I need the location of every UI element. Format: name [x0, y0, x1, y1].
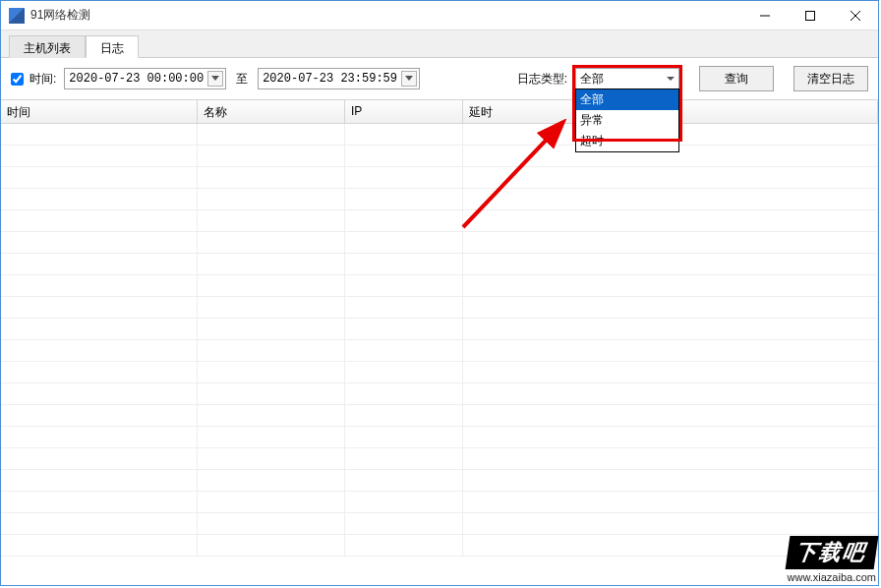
table-row: [1, 470, 878, 492]
app-icon: [9, 8, 25, 24]
table-row: [1, 275, 878, 297]
log-type-combo-wrap: 全部 全部 异常 超时: [575, 68, 679, 89]
col-header-time[interactable]: 时间: [1, 100, 198, 123]
grid-body: [1, 124, 878, 576]
table-row: [1, 319, 878, 340]
clear-log-button[interactable]: 清空日志: [793, 66, 868, 91]
table-row: [1, 210, 878, 232]
close-button[interactable]: [833, 1, 878, 29]
log-type-option-timeout[interactable]: 超时: [576, 131, 678, 151]
time-label: 时间:: [29, 71, 56, 88]
table-row: [1, 167, 878, 189]
log-type-option-abnormal[interactable]: 异常: [576, 110, 678, 131]
window-title: 91网络检测: [30, 7, 742, 24]
table-row: [1, 146, 878, 167]
table-row: [1, 448, 878, 470]
log-type-option-all[interactable]: 全部: [576, 89, 678, 110]
tab-log[interactable]: 日志: [86, 35, 139, 58]
titlebar: 91网络检测: [1, 1, 878, 30]
app-window: 91网络检测 主机列表 日志 时间: 2020-07-23 00:00:00: [0, 0, 879, 586]
toolbar: 时间: 2020-07-23 00:00:00 至 2020-07-23 23:…: [1, 58, 878, 99]
log-type-combo[interactable]: 全部: [575, 68, 679, 89]
log-type-label: 日志类型:: [517, 71, 567, 88]
calendar-icon[interactable]: [207, 71, 223, 87]
svg-rect-1: [806, 11, 815, 20]
window-controls: [742, 1, 878, 29]
grid-header: 时间 名称 IP 延时: [1, 100, 878, 124]
date-from-input[interactable]: 2020-07-23 00:00:00: [64, 68, 226, 89]
date-to-value: 2020-07-23 23:59:59: [263, 72, 397, 86]
table-row: [1, 427, 878, 448]
log-type-selected: 全部: [580, 71, 604, 88]
table-row: [1, 362, 878, 383]
table-row: [1, 535, 878, 557]
table-row: [1, 124, 878, 146]
table-row: [1, 513, 878, 535]
col-header-ip[interactable]: IP: [345, 100, 463, 123]
table-row: [1, 254, 878, 275]
table-row: [1, 383, 878, 405]
table-row: [1, 297, 878, 319]
watermark: 下载吧 www.xiazaiba.com: [788, 536, 876, 583]
calendar-icon[interactable]: [401, 71, 417, 87]
maximize-button[interactable]: [788, 1, 833, 29]
table-row: [1, 340, 878, 362]
table-row: [1, 492, 878, 513]
query-button[interactable]: 查询: [699, 66, 774, 91]
col-header-name[interactable]: 名称: [198, 100, 345, 123]
log-grid: 时间 名称 IP 延时: [1, 99, 878, 576]
tab-host-list[interactable]: 主机列表: [9, 35, 86, 58]
watermark-url: www.xiazaiba.com: [788, 571, 876, 583]
date-from-value: 2020-07-23 00:00:00: [69, 72, 204, 86]
minimize-button[interactable]: [742, 1, 788, 29]
tab-bar: 主机列表 日志: [1, 30, 878, 58]
watermark-logo: 下载吧: [785, 536, 878, 569]
log-type-dropdown: 全部 异常 超时: [575, 88, 679, 152]
chevron-down-icon: [667, 77, 675, 81]
svg-marker-4: [211, 76, 219, 81]
time-checkbox[interactable]: [11, 73, 24, 86]
table-row: [1, 232, 878, 254]
date-to-input[interactable]: 2020-07-23 23:59:59: [258, 68, 420, 89]
table-row: [1, 189, 878, 210]
to-label: 至: [236, 71, 248, 88]
table-row: [1, 405, 878, 427]
svg-marker-5: [405, 76, 413, 81]
